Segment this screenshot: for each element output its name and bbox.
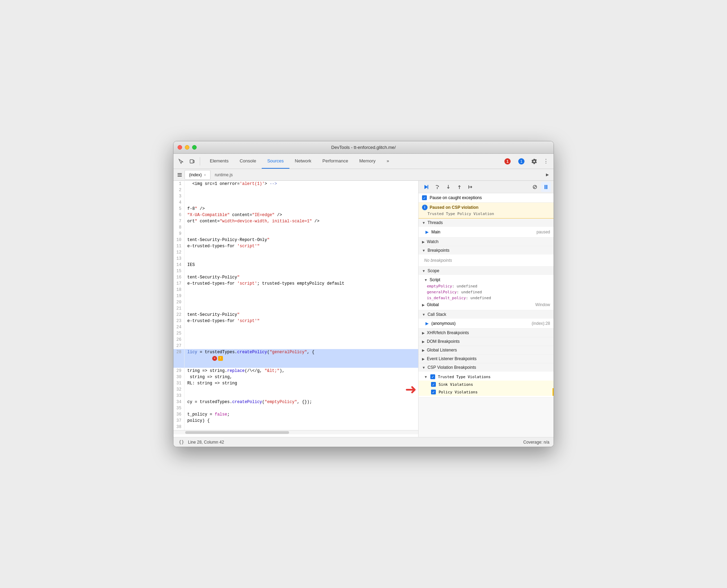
trusted-type-violations-label: Trusted Type Violations — [438, 375, 491, 379]
close-button[interactable] — [178, 145, 182, 150]
xhr-breakpoints-header[interactable]: ▶ XHR/fetch Breakpoints — [419, 329, 554, 337]
scope-global-item[interactable]: ▶ Global Window — [419, 301, 554, 309]
code-line-28: 28 licy = trustedTypes.createPolicy("gen… — [173, 349, 418, 368]
pause-exceptions-checkbox[interactable] — [422, 195, 427, 200]
tab-performance[interactable]: Performance — [317, 154, 353, 169]
call-item-0: ▶ (anonymous) (index):28 — [419, 320, 554, 327]
code-line-31: 31 RL: string => string — [173, 380, 418, 386]
dom-breakpoints-header[interactable]: ▶ DOM Breakpoints — [419, 337, 554, 346]
pause-on-exceptions-toggle[interactable] — [541, 182, 551, 192]
svg-rect-1 — [193, 160, 194, 163]
scope-key-0: emptyPolicy — [427, 284, 452, 288]
scope-item-1: generalPolicy: undefined — [419, 289, 554, 295]
thread-main: ▶ Main paused — [419, 228, 554, 236]
breakpoints-triangle: ▼ — [422, 249, 425, 252]
scope-key-2: is_default_policy — [427, 296, 466, 300]
thread-main-status: paused — [537, 230, 550, 234]
step-into-button[interactable] — [443, 182, 453, 192]
maximize-button[interactable] — [192, 145, 197, 150]
tab-memory[interactable]: Memory — [354, 154, 381, 169]
device-toolbar-button[interactable] — [187, 157, 197, 166]
code-line-18: 18 — [173, 287, 418, 293]
tab-more[interactable]: » — [381, 154, 395, 169]
call-stack-triangle: ▼ — [422, 313, 425, 317]
global-listeners-section: ▶ Global Listeners — [419, 346, 554, 355]
scope-script-header[interactable]: ▼ Script — [419, 276, 554, 283]
message-badge-button[interactable]: 1 — [515, 157, 527, 166]
inspect-element-button[interactable] — [176, 157, 186, 166]
csp-sink-violations-row: Sink Violations — [419, 381, 554, 388]
trusted-type-checkbox[interactable] — [430, 374, 435, 379]
svg-rect-4 — [178, 176, 182, 177]
devtools-window: DevTools - tt-enforced.glitch.me/ Elemen… — [173, 141, 554, 447]
watch-section: ▶ Watch — [419, 238, 554, 246]
code-scrollbar[interactable] — [173, 430, 418, 434]
breakpoints-content: No breakpoints — [419, 255, 554, 266]
paused-notice: i Paused on CSP violation Trusted Type P… — [419, 203, 554, 219]
xhr-triangle: ▶ — [422, 331, 425, 335]
threads-header[interactable]: ▼ Threads — [419, 219, 554, 227]
scope-section: ▼ Scope ▼ Script emptyPolicy: undefined … — [419, 267, 554, 310]
more-options-button[interactable]: ⋮ — [541, 157, 551, 166]
no-breakpoints-message: No breakpoints — [419, 256, 554, 265]
step-over-button[interactable] — [432, 182, 442, 192]
pause-exceptions-row: Pause on caught exceptions — [419, 193, 554, 203]
svg-rect-15 — [546, 185, 547, 189]
global-listeners-header[interactable]: ▶ Global Listeners — [419, 346, 554, 354]
file-tab-close-index[interactable]: × — [204, 173, 206, 177]
svg-marker-5 — [424, 185, 428, 189]
call-stack-header[interactable]: ▼ Call Stack — [419, 310, 554, 319]
scope-header[interactable]: ▼ Scope — [419, 267, 554, 275]
format-button[interactable]: {} — [178, 438, 185, 446]
svg-rect-6 — [428, 185, 428, 189]
paused-notice-title: Paused on CSP violation — [430, 205, 478, 210]
tab-network[interactable]: Network — [289, 154, 317, 169]
code-line-1: 1 <img src=1 onerror='alert(1)'> --> — [173, 181, 418, 187]
code-line-22: 22 tent-Security-Policy" — [173, 312, 418, 318]
code-line-16: 16 tent-Security-Policy" — [173, 274, 418, 280]
dom-triangle: ▶ — [422, 340, 425, 344]
csp-violation-breakpoints-header[interactable]: ▼ CSP Violation Breakpoints — [419, 363, 554, 372]
code-line-32: 32 — [173, 386, 418, 393]
code-line-6: 6 "X-UA-Compatible" content="IE=edge" /> — [173, 212, 418, 218]
dom-breakpoints-title: DOM Breakpoints — [427, 339, 460, 344]
settings-button[interactable] — [529, 157, 539, 166]
code-scrollbar-thumb[interactable] — [185, 431, 289, 434]
code-line-7: 7 ort" content="width=device-width, init… — [173, 218, 418, 224]
sink-violations-checkbox[interactable] — [431, 382, 436, 387]
cursor-position: Line 28, Column 42 — [188, 440, 224, 445]
error-badge-button[interactable]: 1 — [502, 157, 513, 166]
file-tab-runtime[interactable]: runtime.js — [210, 170, 237, 180]
run-script-button[interactable]: ▶ — [542, 170, 552, 180]
tab-elements[interactable]: Elements — [204, 154, 234, 169]
policy-violations-checkbox[interactable] — [431, 390, 436, 394]
scope-global-triangle: ▶ — [422, 303, 425, 307]
dom-breakpoints-section: ▶ DOM Breakpoints — [419, 337, 554, 346]
code-panel[interactable]: 1 <img src=1 onerror='alert(1)'> --> 2 3… — [173, 181, 419, 437]
watch-header[interactable]: ▶ Watch — [419, 238, 554, 246]
minimize-button[interactable] — [185, 145, 189, 150]
step-button[interactable] — [466, 182, 475, 192]
csp-policy-violations-row: Policy Violations — [419, 388, 554, 396]
deactivate-breakpoints-button[interactable] — [530, 182, 540, 192]
csp-violation-breakpoints-title: CSP Violation Breakpoints — [428, 365, 476, 370]
file-tab-index[interactable]: (index) × — [185, 170, 210, 180]
xhr-breakpoints-section: ▶ XHR/fetch Breakpoints — [419, 329, 554, 337]
event-listener-breakpoints-header[interactable]: ▶ Event Listener Breakpoints — [419, 355, 554, 363]
main-content: 1 <img src=1 onerror='alert(1)'> --> 2 3… — [173, 181, 554, 437]
code-line-8: 8 — [173, 224, 418, 231]
scope-title: Scope — [428, 268, 439, 273]
step-out-button[interactable] — [455, 182, 464, 192]
threads-triangle: ▼ — [422, 221, 425, 225]
global-listeners-title: Global Listeners — [427, 348, 457, 353]
sidebar-toggle-button[interactable] — [175, 170, 185, 180]
sink-violations-label: Sink Violations — [439, 382, 473, 387]
svg-rect-2 — [178, 173, 182, 174]
code-line-34: 34 cy = trustedTypes.createPolicy("empty… — [173, 399, 418, 405]
tab-console[interactable]: Console — [234, 154, 262, 169]
resume-button[interactable] — [421, 182, 431, 192]
scope-item-0: emptyPolicy: undefined — [419, 283, 554, 289]
breakpoints-header[interactable]: ▼ Breakpoints — [419, 246, 554, 255]
breakpoints-title: Breakpoints — [428, 248, 449, 253]
tab-sources[interactable]: Sources — [262, 154, 289, 169]
